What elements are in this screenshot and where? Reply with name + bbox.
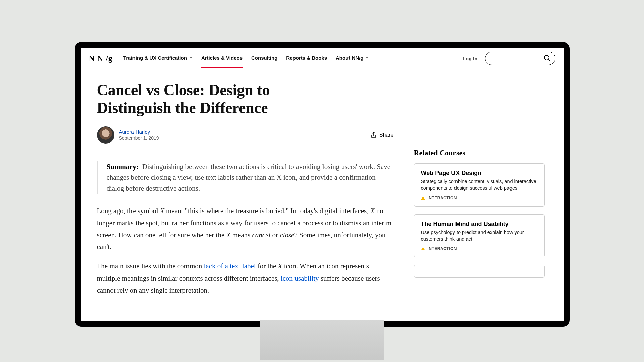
avatar — [97, 126, 114, 144]
nav-label: Reports & Books — [286, 55, 327, 61]
text-italic: close — [280, 231, 294, 239]
course-card-partial[interactable] — [414, 265, 545, 278]
summary-block: Summary: Distinguishing between these tw… — [97, 161, 394, 194]
tag-label: INTERACTION — [428, 196, 457, 200]
text: for the — [256, 262, 278, 270]
device-frame: N N /g Training & UX Certification Artic… — [75, 42, 570, 327]
content: Cancel vs Close: Design to Distinguish t… — [81, 69, 564, 304]
article-meta: Aurora Harley September 1, 2019 Share — [97, 126, 394, 144]
article-main: Cancel vs Close: Design to Distinguish t… — [97, 81, 394, 304]
nav-label: Training & UX Certification — [123, 55, 187, 61]
chevron-down-icon — [365, 56, 369, 59]
course-desc: Strategically combine content, visuals, … — [421, 178, 538, 192]
top-nav: N N /g Training & UX Certification Artic… — [81, 48, 564, 69]
nav-item-consulting[interactable]: Consulting — [251, 55, 277, 62]
sidebar: Related Courses Web Page UX Design Strat… — [414, 81, 545, 304]
author-text: Aurora Harley September 1, 2019 — [119, 129, 159, 141]
login-link[interactable]: Log In — [463, 56, 478, 61]
logo[interactable]: N N /g — [89, 54, 113, 63]
screen: N N /g Training & UX Certification Artic… — [81, 48, 564, 321]
nav-label: Consulting — [251, 55, 277, 61]
author-link[interactable]: Aurora Harley — [119, 129, 159, 135]
nav-right: Log In — [463, 52, 555, 65]
text: meant "this is where the treasure is bur… — [164, 207, 370, 215]
svg-line-1 — [548, 60, 550, 62]
course-tag: INTERACTION — [421, 196, 538, 200]
publish-date: September 1, 2019 — [119, 135, 159, 141]
text-italic: X — [278, 262, 282, 270]
text: means — [230, 231, 252, 239]
monitor-stand — [260, 320, 384, 360]
text: The main issue lies with the common — [97, 262, 204, 270]
course-card[interactable]: The Human Mind and Usability Use psychol… — [414, 214, 545, 258]
share-button[interactable]: Share — [371, 132, 394, 138]
svg-point-0 — [544, 55, 549, 60]
text-italic: cancel — [252, 231, 271, 239]
nav-label: Articles & Videos — [201, 55, 243, 61]
nav-item-reports[interactable]: Reports & Books — [286, 55, 327, 62]
nav-item-articles[interactable]: Articles & Videos — [201, 55, 243, 62]
link-text-label[interactable]: lack of a text label — [204, 262, 256, 270]
nav-item-about[interactable]: About NN/g — [336, 55, 369, 62]
text-italic: X — [226, 231, 231, 239]
summary-text: Distinguishing between these two actions… — [107, 163, 391, 192]
article-body: Long ago, the symbol X meant "this is wh… — [97, 205, 394, 296]
share-label: Share — [379, 132, 394, 138]
article-title: Cancel vs Close: Design to Distinguish t… — [97, 81, 348, 117]
paragraph-1: Long ago, the symbol X meant "this is wh… — [97, 205, 394, 253]
paragraph-2: The main issue lies with the common lack… — [97, 260, 394, 296]
course-card[interactable]: Web Page UX Design Strategically combine… — [414, 163, 545, 207]
author-block: Aurora Harley September 1, 2019 — [97, 126, 159, 144]
share-icon — [371, 132, 377, 138]
search-icon — [544, 55, 551, 62]
text-italic: X — [370, 207, 375, 215]
link-icon-usability[interactable]: icon usability — [281, 274, 319, 282]
text: Long ago, the symbol — [97, 207, 160, 215]
triangle-icon — [421, 196, 425, 200]
course-title: Web Page UX Design — [421, 170, 538, 177]
text: or — [270, 231, 280, 239]
search-input[interactable] — [485, 52, 555, 65]
nav-item-training[interactable]: Training & UX Certification — [123, 55, 193, 62]
nav-items: Training & UX Certification Articles & V… — [123, 55, 454, 62]
chevron-down-icon — [189, 56, 193, 59]
text-italic: X — [160, 207, 164, 215]
triangle-icon — [421, 247, 425, 250]
tag-label: INTERACTION — [428, 246, 457, 251]
summary-label: Summary: — [107, 163, 139, 171]
course-tag: INTERACTION — [421, 246, 538, 251]
sidebar-title: Related Courses — [414, 148, 545, 157]
course-desc: Use psychology to predict and explain ho… — [421, 229, 538, 243]
course-title: The Human Mind and Usability — [421, 221, 538, 228]
nav-label: About NN/g — [336, 55, 363, 61]
